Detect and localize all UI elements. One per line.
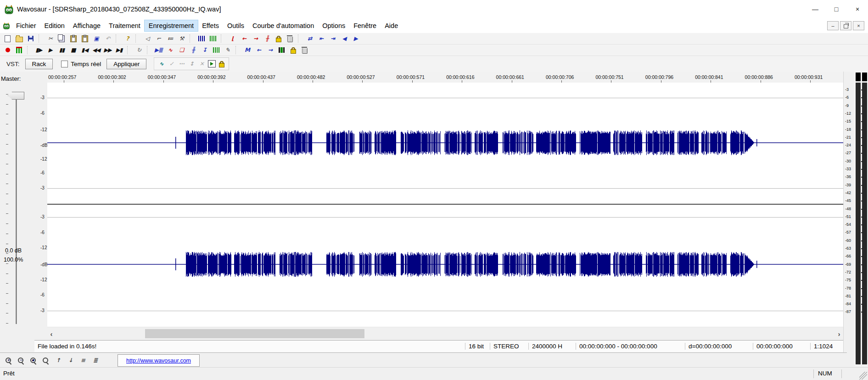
fast-forward-button[interactable]: ▶▶ — [102, 45, 113, 55]
audio-routing-button[interactable]: ⌐ — [153, 34, 164, 44]
delete-button[interactable] — [299, 45, 310, 55]
zoom-out-button[interactable]: − — [15, 355, 27, 365]
save-file-button[interactable] — [25, 34, 36, 44]
meter-tick — [861, 201, 862, 201]
zoom-all-button[interactable] — [40, 355, 51, 365]
automation-points-button[interactable]: ⋯ — [176, 59, 186, 69]
marker-previous-button[interactable]: ← — [238, 34, 250, 44]
menu-item-aide[interactable]: Aide — [381, 20, 402, 31]
paste-insert-button[interactable] — [79, 34, 90, 44]
menu-item-traitement[interactable]: Traitement — [105, 20, 145, 31]
master-slider-track[interactable] — [16, 94, 17, 324]
waveform-zoom-view-button[interactable] — [196, 34, 207, 44]
menu-item-effets[interactable]: Effets — [198, 20, 223, 31]
rewind-button[interactable]: ◀◀ — [90, 45, 102, 55]
audio-device-button[interactable]: ◁ — [141, 34, 153, 44]
menu-item-enregistrement[interactable]: Enregistrement — [145, 20, 198, 31]
undo-button[interactable]: ↶ — [102, 34, 113, 44]
configuration-wrench-button[interactable]: ⚒ — [176, 34, 187, 44]
interpolate-button[interactable]: ╫ — [187, 45, 199, 55]
mdi-restore-button[interactable] — [840, 21, 851, 30]
marker-m-button[interactable]: M — [241, 45, 253, 55]
menu-item-fichier[interactable]: Fichier — [12, 20, 40, 31]
zoom-vertical-out-button[interactable]: ↓ — [65, 355, 76, 365]
automation-lock-button[interactable] — [217, 59, 227, 69]
scroll-right-button[interactable]: › — [835, 327, 843, 340]
cut-button[interactable]: ✂ — [45, 34, 56, 44]
nudge-left-button[interactable]: ◀ — [338, 34, 350, 44]
help-button[interactable]: ? — [122, 34, 133, 44]
h-scrollbar[interactable]: ‹ › — [47, 327, 843, 340]
scrollbar-thumb[interactable] — [145, 329, 364, 338]
master-slider-handle[interactable] — [8, 92, 24, 100]
sample-properties-button[interactable]: ≔ — [164, 34, 176, 44]
nudge-right-button[interactable]: ▶ — [350, 34, 361, 44]
loop-toggle-button[interactable]: ↻ — [133, 45, 145, 55]
single-channel-view-button[interactable]: ≡ — [77, 355, 89, 365]
playlist-insert-button[interactable]: ▶≣ — [153, 45, 164, 55]
statistics-button[interactable]: ∿ — [164, 45, 176, 55]
menu-item-options[interactable]: Options — [318, 20, 349, 31]
close-button[interactable]: × — [847, 0, 868, 18]
vst-apply-button[interactable]: Appliquer — [106, 59, 146, 69]
play-marked-zone-button[interactable] — [276, 45, 287, 55]
automation-apply-button[interactable]: ✓ — [166, 59, 176, 69]
dual-channel-view-button[interactable]: ≣ — [90, 355, 101, 365]
timeline-ruler[interactable]: 00:00:00:25700:00:00:30200:00:00:34700:0… — [47, 72, 843, 83]
pause-button[interactable]: ▮▮ — [56, 45, 67, 55]
marker-delete-button[interactable] — [284, 34, 296, 44]
realtime-checkbox[interactable] — [61, 61, 68, 67]
stop-button[interactable]: ■ — [67, 45, 79, 55]
waveform-zoom-view-icon — [198, 36, 205, 41]
play-from-cursor-button[interactable]: ▮▶ — [33, 45, 45, 55]
marker-next-button[interactable]: → — [250, 34, 261, 44]
copy-button[interactable] — [56, 34, 67, 44]
copy-window-button[interactable]: ❏ — [176, 45, 187, 55]
menu-item-courbe-d-automation[interactable]: Courbe d'automation — [248, 20, 318, 31]
automation-scale-button[interactable]: ↕ — [186, 59, 196, 69]
automation-curve-button[interactable]: ∿ — [156, 59, 166, 69]
wavosaur-link[interactable]: http://www.wavosaur.com — [126, 358, 191, 364]
swap-channels-button[interactable]: ⇄ — [304, 34, 315, 44]
mdi-close-button[interactable]: × — [853, 21, 864, 30]
resize-grip[interactable] — [859, 372, 867, 380]
waveform-overview-button[interactable] — [207, 34, 218, 44]
level-meters — [855, 72, 868, 365]
automation-play-button[interactable] — [207, 59, 217, 69]
menu-item-affichage[interactable]: Affichage — [69, 20, 105, 31]
maximize-button[interactable]: □ — [826, 0, 847, 18]
monitor-levels-button[interactable] — [13, 45, 25, 55]
marker-move-left-button[interactable]: ← — [253, 45, 264, 55]
crop-selection-button[interactable]: ▣ — [90, 34, 102, 44]
new-file-button[interactable] — [2, 34, 13, 44]
db-label-right: -39 — [845, 183, 851, 187]
menu-item-fen-tre[interactable]: Fenêtre — [349, 20, 381, 31]
go-to-end-button[interactable]: ▶▮ — [113, 45, 125, 55]
lock-button[interactable] — [287, 45, 299, 55]
zoom-vertical-in-button[interactable]: ↑ — [52, 355, 64, 365]
normalize-button[interactable]: ↧ — [199, 45, 210, 55]
paste-button[interactable] — [67, 34, 79, 44]
draw-pencil-button[interactable]: ✎ — [222, 45, 233, 55]
automation-clear-button[interactable]: ✕ — [196, 59, 207, 69]
zoom-in-button[interactable]: + — [3, 355, 14, 365]
spectrum-view-button[interactable] — [210, 45, 222, 55]
open-file-button[interactable] — [13, 34, 25, 44]
mdi-minimize-button[interactable]: – — [827, 21, 839, 30]
zoom-selection-button[interactable]: ▪ — [28, 355, 39, 365]
play-button[interactable]: ▶ — [45, 45, 56, 55]
menu-item-outils[interactable]: Outils — [223, 20, 248, 31]
marker-grid-button[interactable]: ╫ — [261, 34, 273, 44]
minimize-button[interactable]: — — [805, 0, 826, 18]
go-to-start-button[interactable]: ▮◀ — [79, 45, 90, 55]
record-button[interactable] — [2, 45, 13, 55]
scroll-left-button[interactable]: ‹ — [47, 327, 56, 340]
snap-selection-left-button[interactable]: ⇤ — [315, 34, 327, 44]
snap-selection-right-button[interactable]: ⇥ — [327, 34, 338, 44]
marker-move-right-button[interactable]: → — [264, 45, 276, 55]
marker-lock-button[interactable] — [273, 34, 284, 44]
marker-drop-button[interactable]: ⌊ — [227, 34, 238, 44]
menu-item-edition[interactable]: Edition — [40, 20, 69, 31]
vst-rack-button[interactable]: Rack — [25, 59, 53, 69]
waveform-display[interactable] — [47, 83, 843, 327]
